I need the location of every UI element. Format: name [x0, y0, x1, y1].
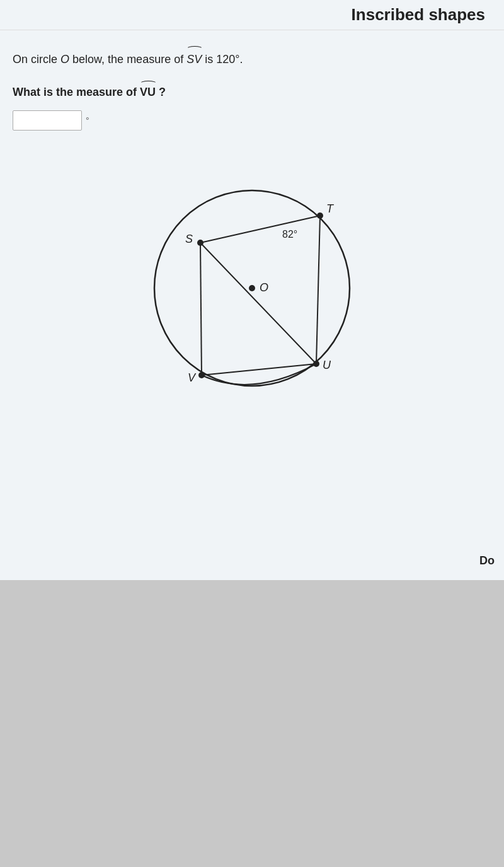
problem-mid: below, the measure of — [72, 53, 186, 66]
arc-vu-label: VU — [140, 86, 156, 98]
diagram-area: O S T U — [13, 143, 491, 421]
arc-sv-label: SV — [186, 53, 202, 66]
problem-statement: On circle O below, the measure of SV is … — [13, 46, 491, 68]
do-label: Do — [479, 554, 495, 567]
svg-line-5 — [200, 243, 202, 375]
svg-line-2 — [200, 216, 320, 243]
problem-area: On circle O below, the measure of SV is … — [0, 30, 504, 421]
svg-line-6 — [200, 243, 316, 364]
svg-point-1 — [249, 285, 255, 291]
header: Inscribed shapes — [0, 0, 504, 30]
do-button-area: Do — [479, 554, 495, 567]
main-content: Inscribed shapes On circle O below, the … — [0, 0, 504, 580]
answer-input-row: ° — [13, 110, 491, 131]
degree-symbol: ° — [86, 115, 89, 125]
circle-center: O — [60, 53, 69, 66]
center-label: O — [260, 281, 268, 294]
vertex-t-label: T — [326, 202, 335, 215]
angle-label: 82° — [282, 229, 297, 240]
vertex-v-label: V — [188, 371, 197, 384]
question-text: What is the measure of VU ? — [13, 81, 491, 99]
question-prefix: What is the measure of — [13, 86, 140, 98]
problem-prefix: On circle — [13, 53, 60, 66]
answer-input[interactable] — [13, 110, 82, 131]
vertex-s-label: S — [185, 233, 193, 245]
svg-point-7 — [197, 240, 203, 246]
page-title: Inscribed shapes — [352, 5, 485, 25]
arc-sv: SV — [186, 46, 202, 68]
problem-suffix: is 120°. — [205, 53, 243, 66]
question-suffix: ? — [159, 86, 166, 98]
geometry-diagram: O S T U — [126, 149, 378, 421]
svg-line-3 — [316, 216, 320, 364]
svg-point-8 — [317, 212, 323, 219]
arc-vu: VU — [140, 81, 156, 99]
vertex-u-label: U — [323, 359, 331, 371]
